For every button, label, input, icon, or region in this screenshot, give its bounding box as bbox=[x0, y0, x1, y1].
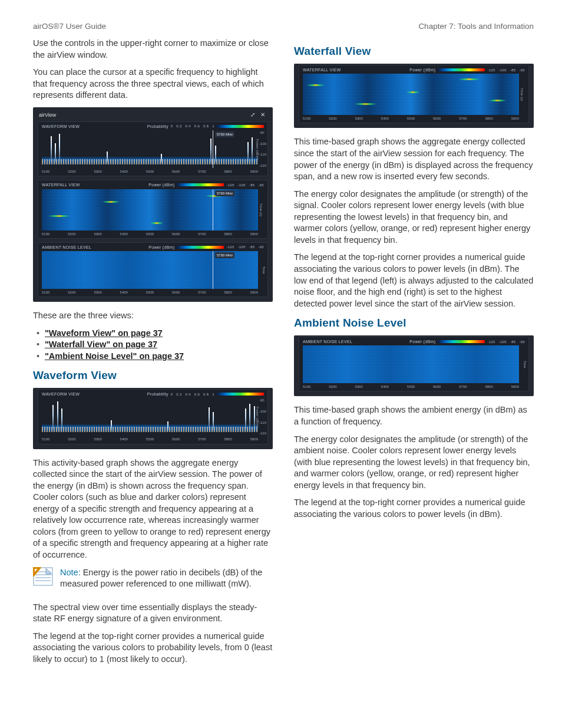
legend-tick: -65 bbox=[519, 68, 525, 73]
heading-waveform: Waveform View bbox=[33, 368, 273, 383]
cursor-frequency: 5730 MHz bbox=[215, 252, 234, 258]
x-tick: 5900 bbox=[250, 437, 258, 442]
x-tick: 5700 bbox=[198, 169, 206, 174]
x-tick: 5100 bbox=[42, 169, 49, 174]
legend-label: Power (dBm) bbox=[409, 339, 435, 344]
panel-title: AMBIENT NOISE LEVEL bbox=[42, 245, 91, 250]
legend-tick: 0.2 bbox=[176, 124, 181, 129]
y-axis-label: Time bbox=[261, 266, 266, 274]
legend-tick: 0.2 bbox=[176, 392, 181, 397]
x-tick: 5300 bbox=[94, 169, 101, 174]
close-icon[interactable]: ✕ bbox=[259, 111, 267, 118]
legend-tick: -125 bbox=[487, 340, 495, 344]
legend-tick: 1 bbox=[212, 392, 214, 397]
y-tick: -100 bbox=[259, 409, 266, 414]
ambient-panel: AMBIENT NOISE LEVEL Power (dBm) -125 -10… bbox=[38, 242, 268, 298]
legend-tick: -85 bbox=[249, 245, 255, 249]
waveform-panel: WAVEFORM VIEW Probability 0 0.2 0.4 0.6 … bbox=[38, 121, 268, 177]
x-tick: 5700 bbox=[198, 437, 206, 442]
legend-tick: 0.8 bbox=[203, 392, 209, 397]
body-text: The legend at the top-right corner provi… bbox=[33, 631, 273, 666]
x-tick: 5800 bbox=[224, 169, 232, 174]
body-text: These are the three views: bbox=[33, 310, 273, 322]
body-text: The legend at the top-right corner provi… bbox=[294, 252, 534, 309]
waterfall-panel: WATERFALL VIEW Power (dBm) -125 -105 -85… bbox=[38, 180, 268, 239]
doc-title: airOS®7 User Guide bbox=[33, 21, 106, 32]
note-icon bbox=[33, 567, 53, 586]
x-tick: 5100 bbox=[42, 437, 49, 442]
legend-tick: -105 bbox=[238, 245, 246, 249]
legend-label: Power (dBm) bbox=[148, 245, 174, 250]
x-tick: 5800 bbox=[485, 116, 492, 121]
x-tick: 5200 bbox=[68, 169, 75, 174]
x-tick: 5900 bbox=[511, 384, 519, 389]
x-tick: 5300 bbox=[94, 290, 101, 295]
x-tick: 5600 bbox=[433, 384, 441, 389]
x-tick: 5500 bbox=[146, 437, 154, 442]
x-tick: 5500 bbox=[146, 290, 154, 295]
legend-tick: 0.6 bbox=[194, 392, 200, 397]
airview-window-figure: airView ⤢ ✕ WAVEFORM VIEW Probability 0 … bbox=[33, 107, 273, 302]
x-tick: 5800 bbox=[224, 232, 232, 236]
y-tick: -90 bbox=[259, 398, 266, 403]
x-tick: 5900 bbox=[511, 116, 519, 121]
legend-gradient bbox=[177, 246, 224, 249]
x-tick: 5400 bbox=[120, 169, 128, 174]
y-axis-label: Power (dBm) bbox=[254, 139, 259, 159]
legend-tick: -85 bbox=[510, 340, 516, 344]
x-tick: 5600 bbox=[172, 437, 180, 442]
y-axis-label: Time bbox=[522, 361, 527, 368]
body-text: The spectral view over time essentially … bbox=[33, 602, 273, 625]
y-tick: -120 bbox=[259, 431, 266, 436]
x-tick: 5500 bbox=[407, 116, 415, 121]
legend-tick: -105 bbox=[238, 183, 246, 187]
panel-title: WATERFALL VIEW bbox=[303, 67, 341, 73]
x-tick: 5700 bbox=[198, 232, 206, 236]
legend-tick: -105 bbox=[499, 68, 507, 73]
panel-title: AMBIENT NOISE LEVEL bbox=[303, 339, 352, 344]
x-tick: 5700 bbox=[198, 290, 206, 295]
legend-tick: 1 bbox=[212, 124, 214, 129]
x-tick: 5200 bbox=[68, 290, 75, 295]
x-tick: 5900 bbox=[250, 290, 258, 295]
x-tick: 5700 bbox=[459, 116, 467, 121]
x-tick: 5100 bbox=[42, 232, 49, 236]
x-tick: 5400 bbox=[120, 437, 128, 442]
link-waveform-view[interactable]: "Waveform View" on page 37 bbox=[45, 328, 163, 338]
cursor-frequency: 5730 MHz bbox=[215, 131, 234, 137]
x-tick: 5400 bbox=[381, 116, 389, 121]
legend-label: Probability bbox=[147, 391, 168, 397]
y-axis-label: Power (dBm) bbox=[254, 407, 259, 427]
y-tick: -120 bbox=[259, 163, 266, 168]
x-tick: 5800 bbox=[224, 290, 232, 295]
legend-tick: -125 bbox=[487, 68, 495, 73]
body-text: Use the controls in the upper-right corn… bbox=[33, 38, 273, 61]
y-axis-label: Time (s) bbox=[520, 88, 524, 101]
x-tick: 5500 bbox=[146, 169, 154, 174]
legend-gradient bbox=[438, 340, 485, 343]
body-text: This time-based graph shows the ambient … bbox=[294, 404, 534, 427]
y-tick: -100 bbox=[259, 141, 266, 146]
x-tick: 5300 bbox=[355, 116, 362, 121]
body-text: The legend at the top-right corner provi… bbox=[294, 497, 534, 520]
x-tick: 5400 bbox=[381, 384, 389, 389]
panel-title: WAVEFORM VIEW bbox=[42, 391, 80, 397]
body-text: This activity-based graph shows the aggr… bbox=[33, 457, 273, 561]
x-tick: 5200 bbox=[329, 384, 336, 389]
window-title: airView bbox=[39, 111, 56, 118]
link-ambient-noise[interactable]: "Ambient Noise Level" on page 37 bbox=[45, 351, 184, 361]
x-tick: 5700 bbox=[459, 384, 467, 389]
x-tick: 5400 bbox=[120, 232, 128, 236]
link-waterfall-view[interactable]: "Waterfall View" on page 37 bbox=[45, 340, 157, 349]
maximize-icon[interactable]: ⤢ bbox=[249, 111, 257, 118]
legend-tick: -125 bbox=[226, 183, 234, 187]
x-tick: 5600 bbox=[172, 169, 180, 174]
body-text: This time-based graph shows the aggregat… bbox=[294, 136, 534, 182]
body-text: The energy color designates the amplitud… bbox=[294, 189, 534, 246]
x-tick: 5400 bbox=[120, 290, 128, 295]
x-tick: 5900 bbox=[250, 232, 258, 236]
x-tick: 5500 bbox=[407, 384, 415, 389]
heading-waterfall: Waterfall View bbox=[294, 44, 534, 59]
legend-tick: -105 bbox=[499, 340, 507, 344]
legend-tick: 0 bbox=[171, 124, 173, 129]
